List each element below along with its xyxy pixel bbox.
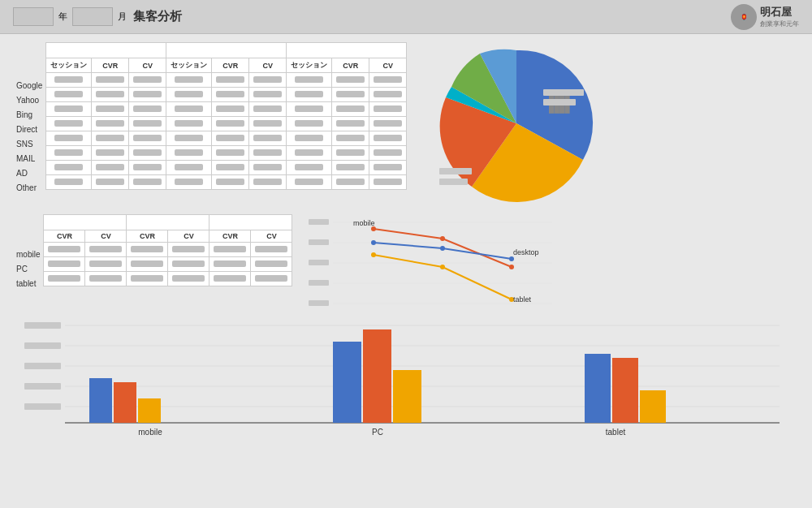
top-cell-3-8 (369, 117, 407, 131)
top-cell-5-1 (92, 146, 129, 161)
line-label-mobile: mobile (353, 219, 375, 227)
top-cell-7-2 (129, 175, 166, 190)
top-table-wrapper: Google Yahoo Bing Direct SNS MAIL AD Oth… (16, 42, 407, 195)
row-label-pc: PC (16, 261, 43, 276)
middle-section: mobile PC tablet 前年月月 前月 今月 CVR CV (16, 214, 796, 312)
mid-cell-2-4 (209, 272, 251, 286)
svg-rect-33 (24, 403, 61, 410)
page: 年 月 集客分析 🏮 明石屋 創業享和元年 Google Yahoo (0, 0, 812, 508)
top-cell-6-6 (287, 161, 332, 175)
line-label-tablet: tablet (513, 295, 532, 304)
svg-point-18 (440, 246, 445, 251)
svg-rect-12 (309, 280, 329, 286)
row-label-mobile: mobile (16, 247, 43, 261)
month-label: 月 (118, 11, 127, 23)
sub-cvr-1: CVR (92, 58, 129, 73)
top-cell-5-5 (249, 146, 287, 161)
year-box[interactable] (13, 7, 54, 26)
top-cell-7-8 (369, 175, 407, 190)
bar-pc-prev-year (333, 342, 361, 423)
top-cell-1-4 (212, 88, 249, 102)
top-row-labels: Google Yahoo Bing Direct SNS MAIL AD Oth… (16, 42, 45, 195)
top-cell-4-8 (369, 131, 407, 146)
middle-table-wrapper: mobile PC tablet 前年月月 前月 今月 CVR CV (16, 214, 292, 291)
top-data-table: 前年月月 前月 今月 セッション CVR CV セッション CVR CV セッシ… (45, 42, 407, 190)
bar-mobile-prev-month (114, 382, 136, 423)
bar-tablet-prev-month (612, 358, 638, 423)
logo-name: 明石屋 (760, 5, 799, 19)
header: 年 月 集客分析 🏮 明石屋 創業享和元年 (0, 0, 812, 34)
mid-cell-1-3 (168, 257, 209, 272)
mid-cell-0-2 (127, 243, 168, 257)
row-label-ad: AD (16, 166, 45, 180)
line-chart-container: mobile desktop tablet (309, 214, 495, 312)
sub-session-3: セッション (287, 58, 332, 73)
middle-row-labels: mobile PC tablet (16, 214, 43, 291)
svg-rect-1 (543, 99, 576, 105)
top-cell-0-0 (46, 73, 92, 88)
svg-point-19 (509, 256, 514, 261)
top-cell-7-1 (92, 175, 129, 190)
sub-session-1: セッション (46, 58, 92, 73)
top-cell-5-7 (332, 146, 369, 161)
prev-year-header: 前年月月 (46, 43, 166, 58)
sub-cvr-3: CVR (332, 58, 369, 73)
top-cell-6-3 (166, 161, 212, 175)
pie-chart: ████ ████ (423, 42, 610, 204)
sub-cvr-2: CVR (212, 58, 249, 73)
mid-sub-cvr-3: CVR (209, 230, 251, 243)
top-cell-2-7 (332, 102, 369, 117)
top-cell-0-8 (369, 73, 407, 88)
top-cell-7-7 (332, 175, 369, 190)
top-cell-7-5 (249, 175, 287, 190)
svg-rect-9 (309, 219, 329, 225)
svg-rect-3 (439, 179, 468, 185)
top-cell-0-2 (129, 73, 166, 88)
row-label-mail: MAIL (16, 151, 45, 166)
svg-rect-29 (24, 322, 61, 329)
top-cell-3-6 (287, 117, 332, 131)
mid-cell-2-3 (168, 272, 209, 286)
top-cell-4-0 (46, 131, 92, 146)
month-box[interactable] (72, 7, 113, 26)
top-cell-4-7 (332, 131, 369, 146)
row-label-direct: Direct (16, 122, 45, 136)
mid-this-month-header: 今月 (209, 215, 292, 230)
top-cell-5-8 (369, 146, 407, 161)
top-cell-3-7 (332, 117, 369, 131)
mid-sub-cv-2: CV (168, 230, 209, 243)
top-cell-6-2 (129, 161, 166, 175)
top-cell-7-4 (212, 175, 249, 190)
top-cell-7-3 (166, 175, 212, 190)
mid-cell-1-4 (209, 257, 251, 272)
mid-cell-2-5 (251, 272, 292, 286)
top-cell-2-6 (287, 102, 332, 117)
middle-data-table: 前年月月 前月 今月 CVR CV CVR CV CVR CV (43, 214, 292, 286)
top-cell-3-0 (46, 117, 92, 131)
sub-cv-2: CV (249, 58, 287, 73)
top-cell-6-4 (212, 161, 249, 175)
top-cell-6-5 (249, 161, 287, 175)
main-content: Google Yahoo Bing Direct SNS MAIL AD Oth… (0, 34, 812, 457)
mid-cell-1-1 (85, 257, 127, 272)
top-cell-6-8 (369, 161, 407, 175)
top-cell-5-4 (212, 146, 249, 161)
top-cell-2-3 (166, 102, 212, 117)
svg-rect-31 (24, 363, 61, 369)
mid-cell-2-1 (85, 272, 127, 286)
top-cell-2-0 (46, 102, 92, 117)
top-cell-3-2 (129, 117, 166, 131)
svg-point-20 (371, 252, 376, 257)
svg-rect-11 (309, 260, 329, 265)
bar-mobile-prev-year (89, 378, 112, 423)
svg-rect-0 (543, 89, 584, 96)
mid-cell-1-2 (127, 257, 168, 272)
mid-sub-cv-1: CV (85, 230, 127, 243)
svg-rect-13 (309, 300, 329, 306)
top-cell-6-0 (46, 161, 92, 175)
mid-sub-cv-3: CV (251, 230, 292, 243)
top-cell-2-8 (369, 102, 407, 117)
top-section: Google Yahoo Bing Direct SNS MAIL AD Oth… (16, 42, 796, 204)
top-cell-2-1 (92, 102, 129, 117)
top-cell-2-2 (129, 102, 166, 117)
